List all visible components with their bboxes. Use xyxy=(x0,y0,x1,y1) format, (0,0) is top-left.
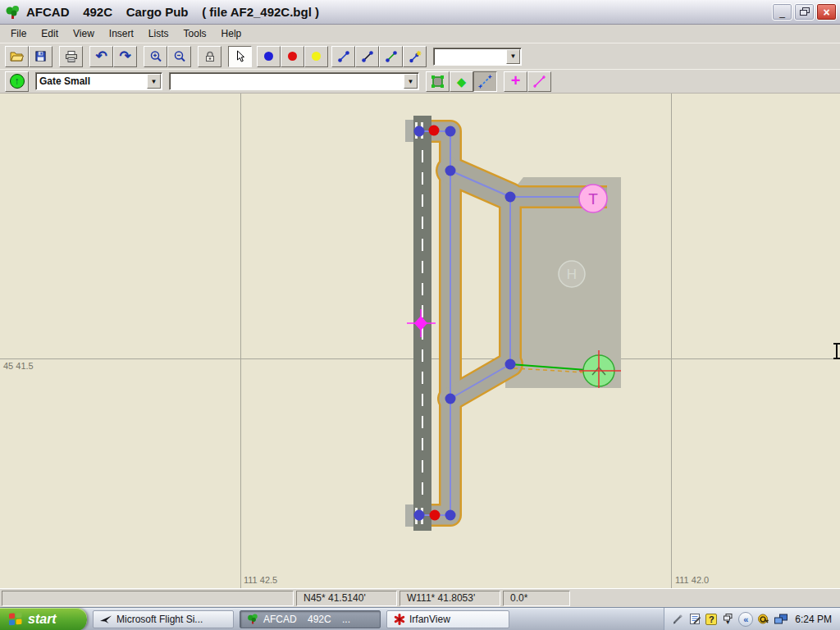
grid-label-latitude: 45 41.5 xyxy=(3,361,34,371)
gate-type-arrow[interactable]: ▼ xyxy=(147,74,161,89)
airport-map: 45 41.5 111 42.5 111 42.0 xyxy=(0,94,840,588)
task-irfanview[interactable]: IrfanView xyxy=(386,610,509,628)
network-icon[interactable] xyxy=(774,613,788,626)
undo-icon: ↶ xyxy=(95,49,107,63)
task-flight-simulator[interactable]: Microsoft Flight Si... xyxy=(93,610,234,628)
tee-parking-label: T xyxy=(588,190,598,208)
menu-edit[interactable]: Edit xyxy=(34,25,66,42)
status-bar: N45* 41.5140' W111* 41.8053' 0.0* xyxy=(0,588,840,607)
intersection-link-tool-button[interactable] xyxy=(403,46,427,67)
taxi-link-tool-button[interactable] xyxy=(331,46,355,67)
taskbar: start Microsoft Flight Si... AFCAD 492C … xyxy=(0,607,840,630)
close-button[interactable]: × xyxy=(816,3,837,21)
grid-label-longitude-right: 111 42.0 xyxy=(675,575,709,585)
zoom-in-icon xyxy=(149,50,162,63)
open-button[interactable] xyxy=(5,46,29,67)
afcad-app-icon xyxy=(5,4,21,21)
journal-icon[interactable] xyxy=(688,613,701,626)
open-folder-icon xyxy=(10,50,24,62)
save-button[interactable] xyxy=(29,46,52,67)
pen-icon[interactable] xyxy=(671,613,684,626)
yellow-node-tool-button[interactable] xyxy=(304,46,328,67)
menu-lists[interactable]: Lists xyxy=(141,25,176,42)
apron-edge-tool-button[interactable] xyxy=(473,71,497,92)
main-toolbar: ↶ ↷ xyxy=(0,43,840,69)
close-icon: × xyxy=(823,6,829,19)
object-combobox-arrow[interactable]: ▼ xyxy=(506,49,520,64)
undo-button[interactable]: ↶ xyxy=(89,46,113,67)
magenta-plus-icon: + xyxy=(511,72,521,89)
title-bar: AFCAD 492C Cargo Pub ( file AF2_492C.bgl… xyxy=(0,0,840,25)
mouse-pointer xyxy=(833,344,840,358)
task-label: AFCAD 492C ... xyxy=(263,614,350,625)
restore-icon xyxy=(800,7,810,16)
airline-combobox-arrow[interactable]: ▼ xyxy=(404,74,418,89)
menu-bar: File Edit View Insert Lists Tools Help xyxy=(0,25,840,43)
blue-node-tool-button[interactable] xyxy=(257,46,281,67)
windows-flag-icon xyxy=(8,612,23,627)
airport-map-canvas[interactable]: 45 41.5 111 42.5 111 42.0 xyxy=(0,94,840,588)
magenta-line-icon xyxy=(532,75,546,89)
printer-icon xyxy=(65,50,78,63)
minimize-button[interactable]: _ xyxy=(772,3,792,21)
irfanview-icon xyxy=(394,614,405,625)
help-tray-icon[interactable]: ? xyxy=(705,614,717,625)
caret-icon: ▾ xyxy=(726,621,729,625)
start-label: start xyxy=(28,612,57,627)
airline-combobox[interactable]: ▼ xyxy=(169,72,419,90)
blue-node-icon xyxy=(264,52,273,61)
apron-node-tool-button[interactable]: ◆ xyxy=(450,71,473,92)
lock-button[interactable] xyxy=(198,46,221,67)
status-longitude: W111* 41.8053' xyxy=(399,591,500,606)
status-latitude: N45* 41.5140' xyxy=(296,591,397,606)
collapse-chevron-icon[interactable]: « xyxy=(738,612,753,627)
gate-type-combobox[interactable]: Gate Small ▼ xyxy=(35,72,162,90)
yellow-node-icon xyxy=(312,52,321,61)
chevron-down-icon: ▼ xyxy=(151,78,158,85)
start-button[interactable]: start xyxy=(0,608,87,630)
window-title: AFCAD 492C Cargo Pub ( file AF2_492C.bgl… xyxy=(26,5,770,19)
red-node-icon xyxy=(288,52,297,61)
green-diamond-icon: ◆ xyxy=(457,75,467,88)
key-icon[interactable] xyxy=(757,613,770,626)
parking-toolbar: ↑ Gate Small ▼ ▼ ◆ + xyxy=(0,69,840,94)
zoom-out-button[interactable] xyxy=(167,46,191,67)
apron-icon xyxy=(431,75,445,89)
redo-button[interactable]: ↷ xyxy=(113,46,137,67)
reference-point-tool-button[interactable]: + xyxy=(504,71,527,92)
gate-type-value: Gate Small xyxy=(36,75,147,87)
blue-link-icon xyxy=(337,50,350,63)
print-button[interactable] xyxy=(59,46,83,67)
clock: 6:24 PM xyxy=(795,614,832,625)
cursor-arrow-icon xyxy=(234,50,246,63)
minimize-icon: _ xyxy=(779,7,785,18)
menu-view[interactable]: View xyxy=(66,25,102,42)
zoom-out-icon xyxy=(173,50,186,63)
helipad-label: H xyxy=(567,267,577,282)
grid-label-longitude-left: 111 42.5 xyxy=(244,575,277,585)
afcad-task-icon xyxy=(247,613,259,625)
menu-help[interactable]: Help xyxy=(214,25,249,42)
zoom-in-button[interactable] xyxy=(144,46,167,67)
menu-file[interactable]: File xyxy=(3,25,34,42)
task-label: IrfanView xyxy=(409,614,450,625)
save-floppy-icon xyxy=(34,50,47,62)
helipad-marker[interactable]: H xyxy=(559,261,585,287)
reference-line-tool-button[interactable] xyxy=(527,71,551,92)
runway-link-tool-button[interactable] xyxy=(355,46,379,67)
chevron-down-icon: ▼ xyxy=(408,78,414,85)
insert-gate-button[interactable]: ↑ xyxy=(5,71,29,92)
object-combobox[interactable]: ▼ xyxy=(433,48,522,66)
task-afcad[interactable]: AFCAD 492C ... xyxy=(240,610,381,628)
menu-tools[interactable]: Tools xyxy=(176,25,214,42)
airplane-icon xyxy=(100,614,112,624)
tee-parking-marker[interactable]: T xyxy=(579,185,607,212)
red-node-tool-button[interactable] xyxy=(281,46,304,67)
select-tool-button[interactable] xyxy=(228,46,252,67)
restore-button[interactable] xyxy=(794,3,815,21)
vector-link-tool-button[interactable] xyxy=(379,46,403,67)
status-message-panel xyxy=(2,591,294,606)
apron-tool-button[interactable] xyxy=(426,71,450,92)
window-layers-icon[interactable]: ▾ xyxy=(721,613,734,626)
menu-insert[interactable]: Insert xyxy=(102,25,141,42)
